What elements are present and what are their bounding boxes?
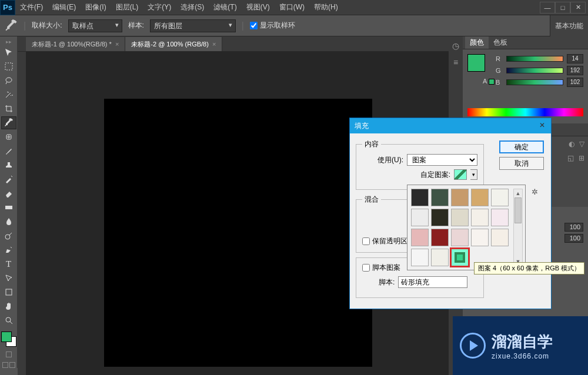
b-value[interactable]: 102 (567, 78, 583, 87)
stamp-tool[interactable] (1, 159, 16, 172)
menu-file[interactable]: 文件(F) (15, 2, 48, 12)
pattern-cell[interactable] (411, 229, 429, 246)
document-tab-1[interactable]: 未标题-1 @ 100%(RGB/8) * × (26, 37, 125, 51)
marquee-tool[interactable] (1, 60, 16, 73)
color-preview[interactable] (467, 54, 485, 72)
pattern-cell[interactable] (411, 249, 429, 266)
use-select[interactable]: 图案 (407, 154, 477, 166)
blur-tool[interactable] (1, 215, 16, 228)
pattern-cell[interactable] (431, 189, 449, 206)
menu-help[interactable]: 帮助(H) (309, 2, 343, 12)
crop-tool[interactable] (1, 102, 16, 115)
close-icon[interactable]: × (212, 41, 216, 48)
menu-type[interactable]: 文字(Y) (143, 2, 176, 12)
lasso-tool[interactable] (1, 74, 16, 87)
history-icon[interactable]: ◷ (452, 41, 459, 51)
pattern-cell[interactable] (411, 209, 429, 226)
document-canvas[interactable] (104, 99, 372, 367)
healing-tool[interactable] (1, 130, 16, 143)
ok-button[interactable]: 确定 (499, 140, 544, 153)
eraser-tool[interactable] (1, 187, 16, 200)
pattern-cell[interactable] (431, 249, 449, 266)
type-tool[interactable]: T (1, 257, 16, 270)
menu-image[interactable]: 图像(I) (81, 2, 111, 12)
opacity-value[interactable]: 100 (564, 223, 583, 232)
pattern-cell[interactable] (451, 209, 469, 226)
g-slider[interactable] (506, 68, 563, 73)
b-slider[interactable] (506, 79, 563, 85)
dialog-close-icon[interactable]: ✕ (537, 120, 547, 130)
window-close[interactable]: ✕ (570, 2, 586, 14)
menu-edit[interactable]: 编辑(E) (48, 2, 81, 12)
window-minimize[interactable]: — (540, 2, 555, 14)
brush-tool[interactable] (1, 145, 16, 158)
g-value[interactable]: 192 (567, 66, 583, 75)
zoom-tool[interactable] (1, 314, 16, 327)
path-select-tool[interactable] (1, 272, 16, 284)
pattern-cell[interactable] (471, 229, 489, 246)
scroll-up-icon[interactable]: ▲ (514, 189, 522, 197)
window-maximize[interactable]: □ (555, 2, 570, 14)
wand-tool[interactable] (1, 88, 16, 101)
close-icon[interactable]: × (115, 41, 119, 48)
pattern-dropdown-icon[interactable]: ▾ (470, 169, 477, 180)
cancel-button[interactable]: 取消 (499, 157, 544, 170)
pattern-cell[interactable] (471, 209, 489, 226)
menu-layer[interactable]: 图层(L) (111, 2, 143, 12)
sample-size-select[interactable]: 取样点 (68, 19, 122, 32)
picker-scrollbar[interactable]: ▲ ▼ (513, 189, 523, 266)
gradient-tool[interactable] (1, 201, 16, 214)
shape-tool[interactable] (1, 286, 16, 299)
dialog-titlebar[interactable]: 填充 ✕ (350, 118, 551, 133)
eyedropper-tool[interactable] (1, 116, 16, 129)
pattern-cell[interactable] (451, 189, 469, 206)
pattern-cell[interactable] (491, 209, 509, 226)
history-brush-tool[interactable] (1, 173, 16, 186)
fill-value[interactable]: 100 (564, 234, 583, 243)
properties-icon[interactable]: ≡ (453, 58, 458, 67)
adj-icon-4[interactable]: ⊞ (579, 154, 584, 162)
document-tab-2[interactable]: 未标题-2 @ 100% (RGB/8) × (125, 37, 222, 51)
menu-window[interactable]: 窗口(W) (275, 2, 309, 12)
pen-tool[interactable] (1, 243, 16, 256)
show-ring-checkbox[interactable]: 显示取样环 (250, 21, 295, 31)
screenmode-toggle[interactable] (2, 362, 15, 368)
color-swatches[interactable] (1, 332, 16, 347)
scroll-thumb[interactable] (514, 197, 522, 223)
pattern-swatch[interactable] (454, 169, 467, 180)
pattern-cell[interactable] (471, 189, 489, 206)
move-tool[interactable] (1, 46, 16, 59)
pattern-cell[interactable] (491, 229, 509, 246)
adj-icon-3[interactable]: ◱ (567, 154, 574, 162)
r-slider[interactable] (506, 56, 563, 62)
script-checkbox[interactable] (362, 264, 370, 272)
adj-icon-1[interactable]: ◐ (569, 140, 574, 148)
show-ring-input[interactable] (250, 22, 258, 29)
r-value[interactable]: 14 (567, 54, 583, 63)
play-icon[interactable] (460, 333, 486, 359)
pattern-cell[interactable] (451, 229, 469, 246)
pattern-cell[interactable] (431, 229, 449, 246)
menu-filter[interactable]: 滤镜(T) (209, 2, 241, 12)
tab-swatches[interactable]: 色板 (489, 36, 512, 49)
sample-select[interactable]: 所有图层 (150, 19, 236, 32)
script-input[interactable] (398, 276, 467, 288)
eyedropper-icon (5, 19, 18, 32)
hand-tool[interactable] (1, 300, 16, 313)
menu-select[interactable]: 选择(S) (176, 2, 209, 12)
menu-view[interactable]: 视图(V) (242, 2, 275, 12)
pattern-cell[interactable] (431, 209, 449, 226)
pattern-cell-selected[interactable] (451, 249, 469, 266)
quickmask-toggle[interactable] (6, 351, 12, 357)
dodge-tool[interactable] (1, 229, 16, 242)
pattern-cell[interactable] (411, 189, 429, 206)
workspace-switcher[interactable]: 基本功能 (550, 15, 588, 36)
preserve-checkbox[interactable] (362, 237, 370, 245)
adj-icon-2[interactable]: ▽ (579, 140, 584, 148)
hue-strip[interactable] (467, 108, 583, 116)
tab-color[interactable]: 颜色 (465, 36, 489, 49)
pattern-cell[interactable] (491, 189, 509, 206)
fg-color-swatch[interactable] (1, 332, 12, 342)
gear-icon[interactable]: ✲ (532, 188, 538, 196)
color-mini-swatch[interactable] (489, 79, 495, 85)
